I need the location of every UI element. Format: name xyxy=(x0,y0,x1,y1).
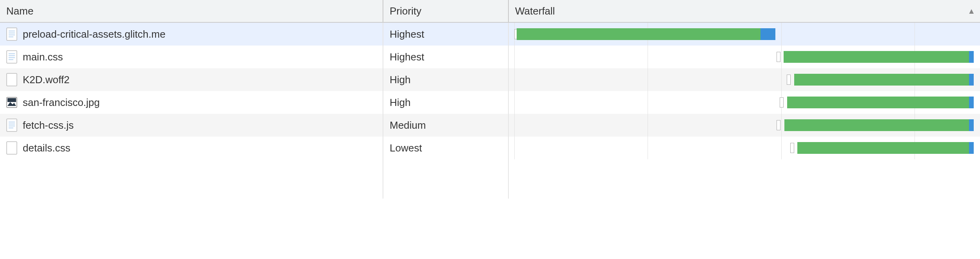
file-name: san-francisco.jpg xyxy=(23,97,100,109)
table-header-row: Name Priority Waterfall ▲ xyxy=(0,0,980,23)
filler-cell xyxy=(509,159,980,199)
waterfall-download-segment xyxy=(760,28,775,40)
cell-name: fetch-css.js xyxy=(0,114,383,137)
cell-waterfall xyxy=(509,23,980,46)
table-row[interactable]: fetch-css.jsMedium xyxy=(0,114,980,137)
column-header-priority-label: Priority xyxy=(390,5,421,17)
file-name: K2D.woff2 xyxy=(23,74,69,86)
table-filler xyxy=(0,159,980,199)
priority-value: Highest xyxy=(390,51,424,63)
waterfall-gridline xyxy=(648,68,648,91)
cell-waterfall xyxy=(509,68,980,91)
priority-value: Highest xyxy=(390,28,424,40)
waterfall-track xyxy=(514,91,975,114)
table-row[interactable]: san-francisco.jpgHigh xyxy=(0,91,980,114)
waterfall-track xyxy=(514,23,975,46)
svg-rect-12 xyxy=(7,98,16,102)
waterfall-queue-marker xyxy=(787,75,791,85)
waterfall-waiting-segment xyxy=(787,97,969,108)
svg-rect-19 xyxy=(7,142,17,154)
waterfall-gridline xyxy=(781,68,782,91)
cell-priority: High xyxy=(383,91,509,114)
waterfall-waiting-segment xyxy=(784,51,969,63)
waterfall-download-segment xyxy=(969,142,974,154)
cell-priority: Lowest xyxy=(383,137,509,159)
svg-rect-10 xyxy=(7,73,17,86)
cell-priority: High xyxy=(383,68,509,91)
priority-value: Medium xyxy=(390,119,426,131)
file-name: fetch-css.js xyxy=(23,119,74,131)
waterfall-waiting-segment xyxy=(794,74,969,86)
document-icon xyxy=(6,119,17,132)
waterfall-gridline xyxy=(781,137,782,159)
file-name: details.css xyxy=(23,142,70,154)
waterfall-bar xyxy=(794,74,974,86)
waterfall-gridline xyxy=(648,91,648,114)
table-row[interactable]: preload-critical-assets.glitch.meHighest xyxy=(0,23,980,46)
waterfall-queue-marker xyxy=(780,97,784,108)
waterfall-track xyxy=(514,46,975,68)
waterfall-gridline xyxy=(648,46,648,68)
waterfall-gridline xyxy=(514,137,515,159)
cell-priority: Medium xyxy=(383,114,509,137)
waterfall-gridline xyxy=(648,114,648,137)
cell-name: details.css xyxy=(0,137,383,159)
cell-name: K2D.woff2 xyxy=(0,68,383,91)
waterfall-waiting-segment xyxy=(797,142,969,154)
column-header-name-label: Name xyxy=(6,5,33,17)
waterfall-gridline xyxy=(781,46,782,68)
waterfall-gridline xyxy=(648,137,648,159)
priority-value: High xyxy=(390,97,410,109)
filler-cell xyxy=(0,159,383,199)
table-row[interactable]: main.cssHighest xyxy=(0,46,980,68)
waterfall-waiting-segment xyxy=(784,119,969,131)
waterfall-gridline xyxy=(915,23,915,46)
waterfall-download-segment xyxy=(969,119,974,131)
priority-value: High xyxy=(390,74,410,86)
waterfall-queue-marker xyxy=(777,52,780,62)
svg-rect-5 xyxy=(7,51,17,63)
waterfall-gridline xyxy=(514,46,515,68)
waterfall-download-segment xyxy=(969,74,974,86)
table-row[interactable]: K2D.woff2High xyxy=(0,68,980,91)
network-table: Name Priority Waterfall ▲ preload-critic… xyxy=(0,0,980,199)
document-icon xyxy=(6,27,17,41)
column-header-name[interactable]: Name xyxy=(0,0,383,22)
waterfall-bar xyxy=(517,28,775,40)
waterfall-queue-marker xyxy=(790,143,794,153)
table-row[interactable]: details.cssLowest xyxy=(0,137,980,159)
file-name: preload-critical-assets.glitch.me xyxy=(23,28,165,40)
file-icon xyxy=(6,73,17,86)
image-icon xyxy=(6,96,17,109)
waterfall-bar xyxy=(787,97,973,108)
file-icon xyxy=(6,141,17,155)
file-name: main.css xyxy=(23,51,63,63)
waterfall-download-segment xyxy=(969,97,974,108)
cell-waterfall xyxy=(509,91,980,114)
document-icon xyxy=(6,50,17,64)
waterfall-bar xyxy=(797,142,974,154)
cell-waterfall xyxy=(509,46,980,68)
column-header-waterfall-label: Waterfall xyxy=(515,5,555,17)
waterfall-queue-marker xyxy=(777,120,780,130)
waterfall-gridline xyxy=(781,114,782,137)
waterfall-track xyxy=(514,68,975,91)
waterfall-track xyxy=(514,114,975,137)
cell-priority: Highest xyxy=(383,46,509,68)
waterfall-gridline xyxy=(514,114,515,137)
waterfall-download-segment xyxy=(969,51,974,63)
cell-waterfall xyxy=(509,137,980,159)
cell-name: san-francisco.jpg xyxy=(0,91,383,114)
waterfall-track xyxy=(514,137,975,159)
priority-value: Lowest xyxy=(390,142,422,154)
column-header-waterfall[interactable]: Waterfall ▲ xyxy=(509,0,980,22)
sort-ascending-icon: ▲ xyxy=(967,7,975,16)
waterfall-waiting-segment xyxy=(517,28,760,40)
waterfall-bar xyxy=(784,51,974,63)
filler-cell xyxy=(383,159,509,199)
svg-rect-14 xyxy=(7,119,17,131)
waterfall-gridline xyxy=(514,68,515,91)
column-header-priority[interactable]: Priority xyxy=(383,0,509,22)
cell-waterfall xyxy=(509,114,980,137)
cell-name: preload-critical-assets.glitch.me xyxy=(0,23,383,46)
